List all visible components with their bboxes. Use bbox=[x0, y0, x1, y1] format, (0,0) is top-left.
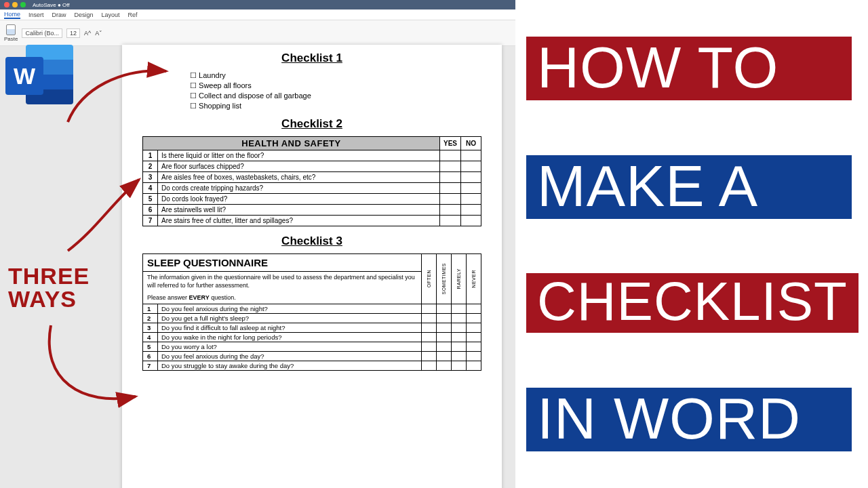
annotation-text: THREE bbox=[8, 264, 90, 287]
maximize-icon[interactable] bbox=[20, 2, 26, 7]
font-size-select[interactable]: 12 bbox=[66, 28, 80, 38]
col-no: NO bbox=[461, 137, 481, 150]
table-row: 3Do you find it difficult to fall asleep… bbox=[143, 323, 481, 333]
table-row: 5Do cords look frayed? bbox=[143, 194, 481, 205]
tab-layout[interactable]: Layout bbox=[102, 12, 120, 18]
table-header: SLEEP QUESTIONNAIRE bbox=[143, 254, 422, 272]
minimize-icon[interactable] bbox=[12, 2, 18, 7]
autosave-label: AutoSave ● Off bbox=[33, 2, 70, 8]
checklist3-title: Checklist 3 bbox=[142, 235, 481, 248]
document-page[interactable]: Checklist 1 Laundry Sweep all floors Col… bbox=[122, 45, 502, 488]
banner-text: CHECKLIST bbox=[526, 273, 859, 333]
col-sometimes: SOMETIMES bbox=[437, 254, 452, 304]
checklist2-table: HEALTH AND SAFETY YES NO 1Is there liqui… bbox=[142, 136, 481, 226]
checklist1-title: Checklist 1 bbox=[142, 52, 481, 65]
table-row: 7Are stairs free of clutter, litter and … bbox=[143, 216, 481, 226]
annotation-three-ways: THREE WAYS bbox=[8, 264, 90, 310]
font-increase-icon[interactable]: A^ bbox=[84, 30, 91, 37]
table-header: HEALTH AND SAFETY bbox=[143, 137, 440, 150]
paste-button[interactable]: Paste bbox=[4, 24, 18, 42]
tab-design[interactable]: Design bbox=[75, 12, 94, 18]
font-select[interactable]: Calibri (Bo... bbox=[22, 28, 62, 38]
table-row: 6Do you feel anxious during the day? bbox=[143, 352, 481, 361]
table-row: 5Do you worry a lot? bbox=[143, 342, 481, 352]
annotation-text: WAYS bbox=[8, 287, 90, 310]
table-row: 3Are aisles free of boxes, wastebaskets,… bbox=[143, 172, 481, 183]
close-icon[interactable] bbox=[4, 2, 9, 7]
tab-draw[interactable]: Draw bbox=[52, 12, 66, 18]
banner-text: IN WORD bbox=[526, 388, 852, 451]
list-item: Sweep all floors bbox=[190, 81, 481, 91]
table-row: 2Are floor surfaces chipped? bbox=[143, 161, 481, 172]
col-yes: YES bbox=[439, 137, 460, 150]
table-row: 4Do you wake in the night for long perio… bbox=[143, 333, 481, 342]
table-row: 7Do you struggle to stay awake during th… bbox=[143, 361, 481, 371]
checklist2-title: Checklist 2 bbox=[142, 117, 481, 131]
col-never: NEVER bbox=[467, 254, 481, 304]
list-item: Collect and dispose of all garbage bbox=[190, 91, 481, 101]
table-row: 2Do you get a full night's sleep? bbox=[143, 314, 481, 323]
col-often: OFTEN bbox=[422, 254, 437, 304]
checklist1-list: Laundry Sweep all floors Collect and dis… bbox=[142, 70, 481, 110]
font-decrease-icon[interactable]: A˅ bbox=[95, 30, 102, 37]
word-logo-icon: W bbox=[5, 41, 73, 108]
table-row: 1Is there liquid or litter on the floor? bbox=[143, 150, 481, 161]
tab-insert[interactable]: Insert bbox=[28, 12, 44, 18]
table-row: 1Do you feel anxious during the night? bbox=[143, 304, 481, 314]
table-intro: The information given in the questionnai… bbox=[143, 272, 422, 304]
tab-references[interactable]: Ref bbox=[128, 12, 138, 18]
list-item: Shopping list bbox=[190, 101, 481, 111]
clipboard-icon bbox=[6, 24, 16, 35]
title-banners: HOW TO MAKE A CHECKLIST IN WORD bbox=[515, 0, 868, 488]
tab-home[interactable]: Home bbox=[4, 11, 20, 19]
table-row: 6Are stairwells well lit? bbox=[143, 205, 481, 216]
col-rarely: RARELY bbox=[452, 254, 467, 304]
banner-text: HOW TO bbox=[526, 37, 852, 100]
checklist3-table: SLEEP QUESTIONNAIRE OFTEN SOMETIMES RARE… bbox=[142, 253, 481, 371]
table-row: 4Do cords create tripping hazards? bbox=[143, 183, 481, 194]
banner-text: MAKE A bbox=[526, 155, 852, 219]
list-item: Laundry bbox=[190, 70, 481, 81]
